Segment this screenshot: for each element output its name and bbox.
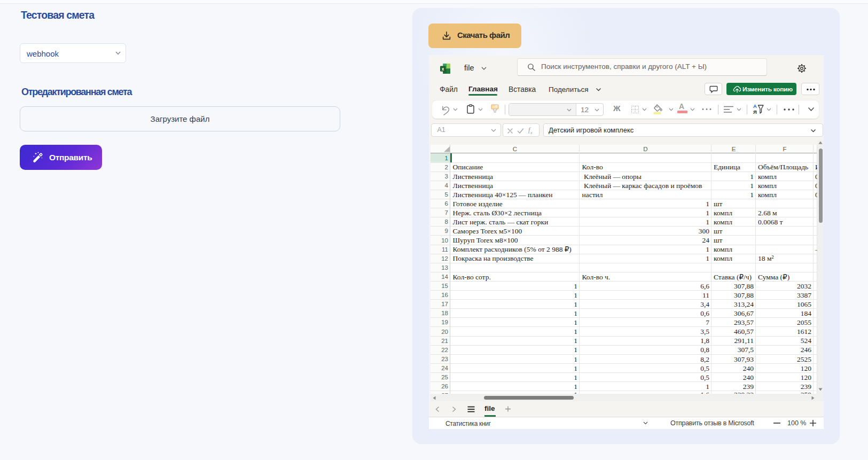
svg-text:А: А (753, 103, 757, 109)
svg-text:120: 120 (801, 364, 812, 372)
svg-text:13: 13 (441, 264, 448, 271)
svg-text:Сумма (₽): Сумма (₽) (758, 273, 789, 281)
svg-text:1: 1 (706, 200, 709, 208)
svg-text:Объём/Площадь: Объём/Площадь (758, 163, 808, 171)
svg-text:Кол-во ч.: Кол-во ч. (582, 273, 611, 281)
svg-text:240: 240 (743, 364, 754, 372)
svg-text:293,57: 293,57 (734, 318, 754, 326)
svg-text:1: 1 (706, 254, 709, 262)
svg-text:120: 120 (801, 373, 812, 381)
svg-text:C: C (513, 146, 517, 152)
svg-text:17: 17 (441, 301, 448, 307)
svg-text:6: 6 (445, 200, 448, 207)
svg-text:20: 20 (441, 329, 448, 335)
svg-text:1: 1 (706, 383, 709, 391)
svg-text:1: 1 (574, 318, 577, 326)
svg-text:настил: настил (582, 191, 603, 199)
svg-text:1: 1 (574, 291, 577, 299)
svg-text:1: 1 (574, 309, 577, 317)
svg-text:Кол-во: Кол-во (582, 163, 603, 171)
svg-text:Лиственница: Лиственница (453, 173, 493, 181)
svg-text:компл: компл (758, 173, 777, 181)
svg-text:307,88: 307,88 (734, 282, 754, 290)
svg-text:0,5: 0,5 (700, 364, 709, 372)
svg-text:2.68 м: 2.68 м (758, 209, 777, 217)
svg-text:1612: 1612 (797, 328, 811, 336)
svg-text:3: 3 (445, 173, 448, 180)
svg-text:Нерж. сталь Ø30×2 лестница: Нерж. сталь Ø30×2 лестница (453, 209, 542, 217)
svg-text:23: 23 (441, 356, 448, 362)
svg-text:компл: компл (714, 245, 732, 253)
svg-text:22: 22 (441, 347, 448, 353)
svg-text:18: 18 (441, 310, 448, 316)
svg-text:11: 11 (702, 291, 709, 299)
svg-text:18 м²: 18 м² (758, 254, 773, 262)
svg-text:компл: компл (714, 218, 732, 226)
svg-text:14: 14 (441, 274, 448, 280)
svg-text:0,5: 0,5 (700, 373, 709, 381)
svg-text:239: 239 (743, 383, 754, 391)
svg-text:524: 524 (801, 337, 812, 345)
svg-text:Шуруп Torex м8×100: Шуруп Torex м8×100 (453, 236, 518, 244)
svg-text:2525: 2525 (797, 355, 811, 363)
svg-text:компл: компл (714, 209, 732, 217)
svg-text:Лиственница: Лиственница (453, 182, 493, 190)
svg-text:313,24: 313,24 (734, 300, 754, 308)
svg-text:7: 7 (706, 318, 709, 326)
svg-text:2055: 2055 (797, 318, 811, 326)
svg-text:460,57: 460,57 (734, 328, 754, 336)
svg-text:8,2: 8,2 (700, 355, 709, 363)
svg-text:16: 16 (441, 292, 448, 298)
svg-text:3,4: 3,4 (700, 300, 709, 308)
svg-text:шт: шт (714, 236, 722, 244)
svg-text:24: 24 (702, 236, 710, 244)
svg-text:307,5: 307,5 (738, 346, 754, 354)
svg-text:1: 1 (574, 373, 577, 381)
svg-text:0.0068 т: 0.0068 т (758, 218, 783, 226)
svg-text:15: 15 (441, 283, 448, 289)
svg-text:19: 19 (441, 319, 448, 325)
svg-text:12: 12 (441, 255, 448, 262)
svg-text:компл: компл (758, 191, 777, 199)
svg-text:8: 8 (445, 219, 448, 225)
svg-text:306,67: 306,67 (734, 309, 754, 317)
svg-text:Клеёный — каркас фасадов и про: Клеёный — каркас фасадов и проёмов (582, 182, 702, 190)
svg-text:3387: 3387 (797, 291, 811, 299)
svg-text:1: 1 (706, 218, 709, 226)
svg-text:300: 300 (699, 227, 710, 235)
svg-text:1065: 1065 (797, 300, 811, 308)
svg-text:26: 26 (441, 383, 448, 389)
svg-text:1: 1 (574, 300, 577, 308)
svg-text:2: 2 (445, 164, 448, 170)
svg-text:компл: компл (758, 182, 777, 190)
svg-text:21: 21 (441, 338, 448, 344)
svg-text:1: 1 (445, 155, 448, 161)
svg-text:x: x (442, 66, 444, 72)
svg-text:5: 5 (445, 191, 448, 198)
svg-text:D: D (643, 146, 647, 152)
svg-text:1: 1 (574, 355, 577, 363)
svg-text:E: E (732, 146, 736, 152)
svg-text:Покраска на производстве: Покраска на производстве (453, 254, 534, 262)
svg-text:1: 1 (750, 182, 754, 190)
svg-text:1: 1 (574, 337, 577, 345)
svg-text:9: 9 (445, 228, 448, 234)
svg-text:240: 240 (743, 373, 754, 381)
svg-text:3,5: 3,5 (700, 328, 709, 336)
svg-text:307,88: 307,88 (734, 291, 754, 299)
svg-text:Ставка (₽/ч): Ставка (₽/ч) (714, 273, 752, 281)
svg-text:1: 1 (574, 364, 577, 372)
svg-text:F: F (783, 146, 786, 152)
svg-text:307,93: 307,93 (734, 355, 754, 363)
svg-text:6,6: 6,6 (700, 282, 709, 290)
svg-text:Саморез Torex м5×100: Саморез Torex м5×100 (453, 227, 522, 235)
svg-text:24: 24 (441, 365, 448, 371)
svg-text:291,11: 291,11 (734, 337, 754, 345)
svg-text:239: 239 (801, 383, 812, 391)
svg-text:Единица: Единица (714, 163, 740, 171)
svg-text:1: 1 (706, 209, 709, 217)
svg-text:25: 25 (441, 374, 448, 380)
svg-text:0,6: 0,6 (700, 309, 709, 317)
svg-text:184: 184 (801, 309, 812, 317)
svg-text:Комплект расходников (5% от 2: Комплект расходников (5% от 2 988 ₽) (453, 245, 572, 253)
